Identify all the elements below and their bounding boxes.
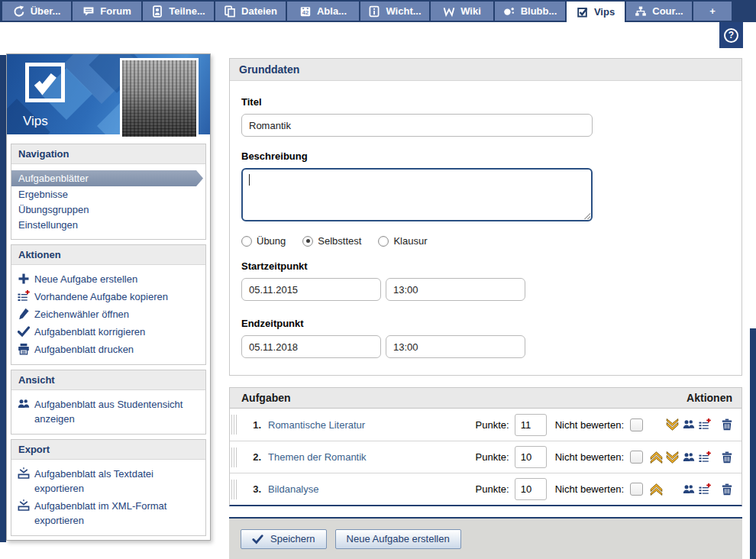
tab-dateien[interactable]: Dateien: [215, 2, 286, 21]
task-number: 3.: [244, 483, 261, 495]
sidebar-item-ubungsgruppen[interactable]: Übungsgruppen: [11, 202, 205, 217]
text-cursor: [249, 174, 250, 186]
sidebar-action-vorhandene-aufgabe-kopieren[interactable]: Vorhandene Aufgabe kopieren: [11, 288, 205, 305]
drag-handle[interactable]: [231, 448, 237, 467]
help-button[interactable]: ?: [719, 22, 743, 48]
beschreibung-textarea[interactable]: [241, 168, 593, 221]
radio-ubung[interactable]: Übung: [241, 235, 286, 247]
radio-klausur[interactable]: Klausur: [378, 235, 427, 247]
points-input[interactable]: [515, 446, 547, 468]
svg-text:42: 42: [302, 9, 309, 16]
sidebar-brand-title: Vips: [23, 114, 48, 129]
tab-blubb[interactable]: Blubb...: [495, 2, 565, 21]
points-input[interactable]: [515, 414, 547, 436]
trash-icon[interactable]: [721, 418, 733, 431]
overview-icon: [13, 5, 25, 18]
grunddaten-panel-title: Grunddaten: [230, 59, 741, 81]
nicht-bewerten-label: Nicht bewerten:: [555, 419, 624, 431]
tab-label: +: [709, 5, 716, 17]
sidebar-action-zeichenwahler-offnen[interactable]: Zeichenwähler öffnen: [11, 305, 205, 323]
points-input[interactable]: [515, 478, 547, 500]
nicht-bewerten-checkbox[interactable]: [630, 483, 643, 496]
sidebar-action-aufgabenblatt-aus-studentensicht-anzeigen[interactable]: Aufgabenblatt aus Studentensicht anzeige…: [11, 396, 205, 428]
sidebar-action-aufgabenblatt-im-xml-format-exportieren[interactable]: Aufgabenblatt im XML-Format exportieren: [11, 497, 205, 529]
end-date-input[interactable]: [241, 335, 381, 358]
sidebar-action-label: Neue Aufgabe erstellen: [34, 272, 137, 286]
print-icon: [18, 343, 30, 355]
footer-toolbar: Speichern Neue Aufgabe erstellen: [229, 517, 742, 559]
vips-icon: [577, 6, 589, 18]
trash-icon[interactable]: [721, 483, 733, 496]
sidebar-section-title: Navigation: [11, 144, 205, 164]
sidebar-action-label: Vorhandene Aufgabe kopieren: [34, 289, 168, 304]
tab-label: Über...: [31, 5, 61, 17]
tab-label: Wicht...: [386, 5, 421, 17]
start-date-input[interactable]: [241, 278, 381, 301]
course-tab-bar: Über...ForumTeilne...Dateien42Abla...Wic…: [0, 0, 756, 22]
radio-button-icon: [378, 236, 389, 247]
titel-input[interactable]: [241, 114, 593, 137]
sidebar-action-label: Aufgabenblatt drucken: [34, 342, 134, 357]
sidebar-section-title: Aktionen: [11, 245, 205, 265]
sidebar-action-neue-aufgabe-erstellen[interactable]: Neue Aufgabe erstellen: [11, 270, 205, 288]
task-title-link[interactable]: Romantische Literatur: [268, 419, 365, 431]
copy-task-icon[interactable]: [699, 483, 711, 496]
group-icon[interactable]: [683, 483, 695, 496]
startzeitpunkt-label: Startzeitpunkt: [241, 260, 730, 272]
radio-label: Übung: [257, 235, 286, 247]
sidebar-section-title: Ansicht: [11, 370, 205, 390]
task-title-link[interactable]: Themen der Romantik: [268, 451, 367, 463]
copy-task-icon[interactable]: [699, 418, 711, 431]
move-down-icon[interactable]: [666, 418, 679, 431]
move-up-icon[interactable]: [650, 451, 663, 464]
schedule-icon: 42: [299, 5, 312, 18]
radio-label: Selbsttest: [318, 235, 361, 247]
task-title-link[interactable]: Bildanalyse: [268, 483, 319, 495]
sidebar-action-aufgabenblatt-drucken[interactable]: Aufgabenblatt drucken: [11, 341, 205, 358]
punkte-label: Punkte:: [476, 483, 509, 495]
move-down-icon[interactable]: [666, 451, 679, 464]
tab-wiki[interactable]: Wiki: [431, 2, 493, 21]
save-button[interactable]: Speichern: [241, 529, 327, 549]
tab-label: Forum: [100, 5, 131, 17]
group-icon[interactable]: [683, 418, 695, 431]
tab-label: Wiki: [460, 5, 481, 17]
tab-abla[interactable]: 42Abla...: [287, 2, 359, 21]
tab-cour[interactable]: Cour...: [626, 2, 692, 21]
copy-task-icon[interactable]: [699, 451, 711, 464]
forum-icon: [82, 5, 95, 18]
group-icon[interactable]: [683, 451, 695, 464]
tab-label: Vips: [594, 6, 615, 18]
left-border-bar: [0, 55, 6, 542]
new-task-button[interactable]: Neue Aufgabe erstellen: [335, 529, 461, 549]
end-time-input[interactable]: [386, 335, 525, 358]
task-row: 2.Themen der RomantikPunkte:Nicht bewert…: [230, 441, 741, 473]
export-icon: [18, 499, 30, 512]
sidebar-item-aufgabenblatter[interactable]: Aufgabenblätter: [11, 170, 203, 186]
tab-uber[interactable]: Über...: [2, 2, 71, 21]
tab-+[interactable]: +: [693, 2, 732, 21]
sidebar-action-label: Aufgabenblatt im XML-Format exportieren: [34, 499, 199, 528]
tab-vips[interactable]: Vips: [567, 2, 625, 22]
sidebar-action-aufgabenblatt-als-textdatei-exportieren[interactable]: Aufgabenblatt als Textdatei exportieren: [11, 465, 205, 497]
sidebar-item-einstellungen[interactable]: Einstellungen: [11, 218, 205, 232]
sidebar-header: Vips: [7, 54, 210, 134]
tab-teilne[interactable]: Teilne...: [143, 2, 214, 21]
sidebar-action-aufgabenblatt-korrigieren[interactable]: Aufgabenblatt korrigieren: [11, 323, 205, 341]
trash-icon[interactable]: [721, 451, 733, 464]
endzeitpunkt-label: Endzeitpunkt: [241, 318, 730, 329]
resize-grip[interactable]: [583, 212, 590, 219]
sidebar-item-ergebnisse[interactable]: Ergebnisse: [11, 187, 205, 202]
tab-forum[interactable]: Forum: [73, 2, 141, 21]
start-time-input[interactable]: [386, 278, 525, 301]
drag-handle[interactable]: [231, 415, 237, 435]
nicht-bewerten-checkbox[interactable]: [630, 418, 643, 431]
sidebar-action-label: Zeichenwähler öffnen: [34, 307, 129, 322]
tab-wicht[interactable]: Wicht...: [360, 2, 429, 21]
sidebar-section-export: ExportAufgabenblatt als Textdatei export…: [11, 439, 206, 536]
move-up-icon[interactable]: [650, 483, 663, 496]
radio-selbsttest[interactable]: Selbsttest: [302, 235, 361, 247]
titel-label: Titel: [241, 96, 730, 108]
nicht-bewerten-checkbox[interactable]: [630, 451, 643, 464]
drag-handle[interactable]: [231, 480, 237, 499]
